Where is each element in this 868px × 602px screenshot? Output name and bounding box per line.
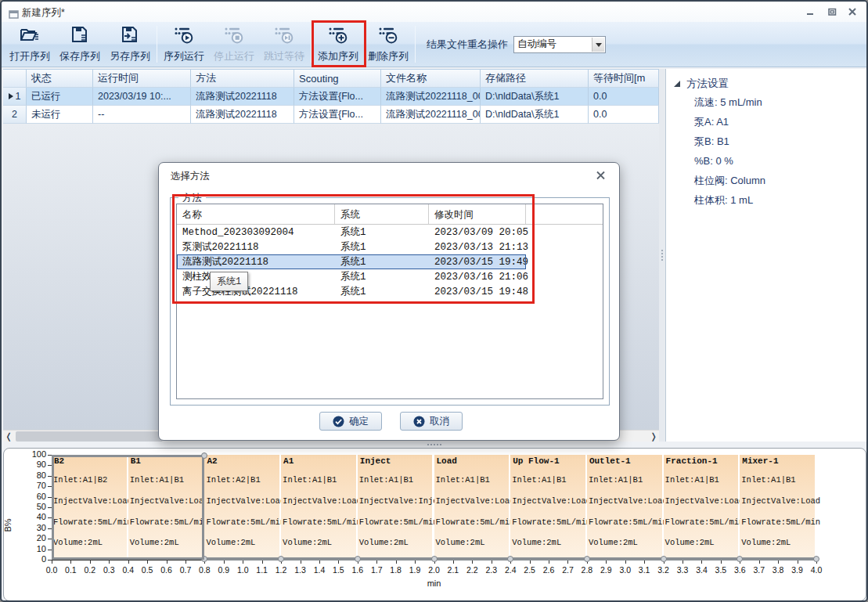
ok-button[interactable]: 确定 (319, 412, 382, 431)
column-header[interactable]: Scouting (294, 69, 381, 88)
close-icon (847, 7, 858, 16)
method-row[interactable]: 流路测试20221118系统12023/03/15 19:49 (177, 254, 526, 269)
chart-segment-A2[interactable]: A2Inlet:A2|B1InjectValve:LoadFlowrate:5m… (204, 455, 280, 560)
gradient-node[interactable] (355, 556, 361, 562)
cancel-button[interactable]: 取消 (400, 412, 463, 431)
sequence-cell[interactable]: 未运行 (27, 106, 93, 124)
rename-operation-group: 结果文件重名操作 自动编号 (427, 22, 606, 67)
sequence-row[interactable]: 2未运行--流路测试20221118方法设置{Flo...流路测试2022111… (3, 106, 659, 124)
row-number: 2 (12, 109, 17, 120)
gradient-node[interactable] (813, 556, 819, 562)
method-settings-expander[interactable]: 方法设置 (666, 69, 868, 92)
horizontal-splitter[interactable] (2, 442, 866, 448)
method-system: 系统1 (335, 255, 429, 269)
toolbar-button-label: 删除序列 (368, 49, 409, 63)
toolbar-button-save-as-sequence[interactable]: 另存序列 (105, 22, 155, 67)
rename-operation-select[interactable]: 自动编号 (513, 36, 606, 53)
method-column-header[interactable]: 名称 (177, 204, 335, 224)
selected-region-box[interactable] (52, 455, 204, 560)
chart-x-axis-label: min (423, 579, 446, 588)
scroll-left-icon[interactable]: ❬ (3, 431, 14, 442)
method-row[interactable]: 泵测试20221118系统12023/03/13 21:13 (177, 240, 603, 254)
toolbar-button-label: 另存序列 (110, 49, 150, 63)
y-tick-label: 100 (24, 449, 46, 459)
chart-segment-Up-Flow-1[interactable]: Up Flow-1Inlet:A1|B1InjectValve:LoadFlow… (510, 455, 586, 560)
toolbar-button-label: 停止运行 (214, 49, 254, 63)
sequence-cell[interactable]: 流路测试20221118 (191, 106, 294, 124)
cancel-button-label: 取消 (430, 415, 449, 428)
scroll-right-icon[interactable]: ❭ (648, 431, 659, 442)
column-header[interactable]: 状态 (27, 69, 93, 88)
column-header[interactable]: 存储路径 (481, 69, 589, 88)
app-window: 新建序列* 打开序列保存序列另存序列序列运行停止运行跳过等待添加序列删除序列 结… (0, 0, 868, 602)
column-header[interactable]: 等待时间[m (589, 69, 659, 88)
gradient-node[interactable] (431, 556, 438, 562)
gradient-node[interactable] (507, 556, 513, 562)
sequence-cell[interactable]: 方法设置{Flo... (294, 106, 381, 124)
gradient-node[interactable] (661, 556, 667, 562)
column-header[interactable]: 方法 (191, 69, 294, 88)
chart-segment-Mixer-1[interactable]: Mixer-1Inlet:A1|B1InjectValve:LoadFlowra… (740, 455, 816, 560)
close-button[interactable] (845, 5, 860, 18)
segment-property: InjectValve:Load (436, 496, 515, 506)
sequence-cell[interactable]: 流路测试20221118_0005 (381, 106, 481, 124)
sequence-cell[interactable]: 流路测试20221118_0002 (381, 88, 481, 106)
gradient-node[interactable] (278, 556, 284, 562)
toolbar-button-stop-sequence[interactable]: 停止运行 (209, 22, 259, 67)
toolbar-separator (311, 26, 312, 63)
toolbar-button-skip-wait[interactable]: 跳过等待 (259, 22, 309, 67)
method-column-header[interactable]: 修改时间 (429, 204, 526, 224)
segment-property: Flowrate:5mL/min (359, 517, 438, 527)
method-column-header[interactable]: 系统 (335, 204, 429, 224)
method-modified: 2023/03/15 19:49 (429, 257, 526, 268)
scrollbar-thumb[interactable] (16, 431, 163, 442)
chart-segment-A1[interactable]: A1Inlet:A1|B1InjectValve:LoadFlowrate:5m… (281, 455, 357, 560)
toolbar-button-run-sequence[interactable]: 序列运行 (159, 22, 209, 67)
x-tick-mark (644, 561, 645, 564)
segment-property: Volume:2mL (283, 538, 332, 547)
column-header[interactable]: 文件名称 (381, 69, 481, 88)
sequence-cell[interactable]: 方法设置{Flo... (294, 88, 381, 106)
sequence-row[interactable]: 1已运行2023/03/19 10:...流路测试20221118方法设置{Fl… (3, 88, 659, 106)
segment-title: Fraction-1 (666, 456, 718, 466)
sequence-cell[interactable]: D:\nldData\系统1 (481, 106, 589, 124)
sequence-cell[interactable]: 0.0 (589, 88, 659, 106)
method-setting-item: 柱体积: 1 mL (666, 190, 868, 210)
minimize-icon (805, 7, 816, 16)
method-row[interactable]: Method_202303092004系统12023/03/09 20:05 (177, 225, 603, 240)
x-tick-mark (243, 561, 243, 564)
chart-segment-Inject[interactable]: InjectInlet:A1|B1InjectValve:InjectFlowr… (358, 455, 434, 560)
toolbar: 打开序列保存序列另存序列序列运行停止运行跳过等待添加序列删除序列 结果文件重名操… (2, 22, 866, 67)
sequence-cell[interactable]: 已运行 (27, 88, 93, 106)
column-header[interactable]: 运行时间 (93, 69, 191, 88)
sequence-cell[interactable]: 0.0 (589, 106, 659, 124)
gradient-node[interactable] (584, 556, 590, 562)
chart-segment-Load[interactable]: LoadInlet:A1|B1InjectValve:LoadFlowrate:… (434, 455, 510, 560)
toolbar-button-open-sequence[interactable]: 打开序列 (5, 22, 55, 67)
gradient-node[interactable] (737, 556, 743, 562)
row-indicator[interactable]: 2 (3, 106, 27, 124)
column-header[interactable] (3, 69, 27, 88)
window-title: 新建序列* (22, 6, 65, 20)
sequence-cell[interactable]: 2023/03/19 10:... (93, 88, 191, 106)
method-system: 系统1 (335, 240, 429, 254)
chevron-down-icon[interactable] (592, 38, 604, 52)
sequence-cell[interactable]: 流路测试20221118 (191, 88, 294, 106)
sequence-cell[interactable]: D:\nldData\系统1 (481, 88, 589, 106)
dialog-close-button[interactable] (594, 169, 607, 182)
row-indicator[interactable]: 1 (3, 88, 27, 106)
segment-property: Inlet:A1|B1 (359, 475, 413, 485)
sequence-cell[interactable]: -- (93, 106, 191, 124)
chart-segment-Outlet-1[interactable]: Outlet-1Inlet:A1|B1InjectValve:LoadFlowr… (587, 455, 663, 560)
chart-segment-Fraction-1[interactable]: Fraction-1Inlet:A1|B1InjectValve:LoadFlo… (664, 455, 740, 560)
minimize-button[interactable] (802, 5, 818, 18)
sequence-table: 状态运行时间方法Scouting文件名称存储路径等待时间[m1已运行2023/0… (3, 69, 659, 124)
toolbar-button-add-sequence[interactable]: 添加序列 (313, 22, 363, 67)
segment-title: A1 (283, 456, 294, 466)
toolbar-button-remove-sequence[interactable]: 删除序列 (363, 22, 413, 67)
dialog-title: 选择方法 (171, 170, 210, 183)
toolbar-button-save-sequence[interactable]: 保存序列 (55, 22, 105, 67)
restore-button[interactable] (824, 5, 840, 18)
vertical-splitter[interactable] (659, 69, 665, 442)
segment-title: Outlet-1 (589, 456, 631, 466)
